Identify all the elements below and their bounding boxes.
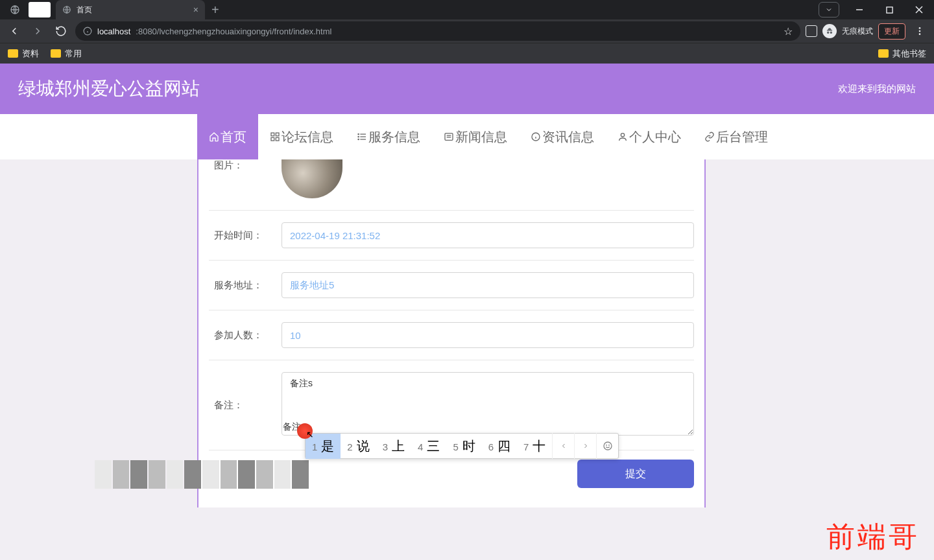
home-icon	[209, 132, 219, 142]
redacted-region	[95, 460, 309, 489]
svg-point-19	[358, 134, 359, 134]
bookmark-folder[interactable]: 常用	[51, 48, 82, 60]
nav-label: 首页	[221, 128, 246, 146]
chevron-right-icon	[582, 442, 590, 450]
window-minimize-button[interactable]	[844, 0, 874, 19]
svg-rect-15	[276, 137, 279, 141]
svg-point-9	[919, 27, 921, 29]
ime-word: 说	[357, 438, 370, 455]
incognito-label: 无痕模式	[842, 26, 873, 37]
ime-candidate-bar: 1是 2说 3上 4三 5时 6四 7十	[305, 433, 619, 459]
extensions-icon[interactable]	[806, 25, 817, 37]
svg-point-28	[621, 134, 624, 137]
bookmark-folder[interactable]: 资料	[8, 48, 39, 60]
ime-num: 3	[383, 441, 388, 452]
ime-next-button[interactable]	[574, 433, 596, 459]
svg-rect-13	[276, 133, 279, 136]
ime-num: 7	[523, 441, 529, 452]
ime-candidate[interactable]: 6四	[482, 434, 517, 459]
ime-word: 时	[462, 438, 475, 455]
svg-rect-3	[886, 6, 892, 12]
info-circle-icon	[531, 132, 541, 142]
nav-label: 后台管理	[716, 128, 768, 146]
user-icon	[617, 132, 628, 142]
browser-tab-active[interactable]: 首页 ×	[56, 0, 205, 19]
ime-num: 6	[488, 441, 494, 452]
folder-icon	[878, 49, 889, 58]
tab-close-icon[interactable]: ×	[193, 5, 198, 15]
people-input[interactable]	[281, 322, 694, 348]
address-input[interactable]	[281, 272, 694, 298]
nav-admin[interactable]: 后台管理	[693, 114, 780, 159]
incognito-icon	[822, 24, 837, 38]
globe-icon	[4, 2, 26, 18]
ime-candidate[interactable]: 3上	[376, 434, 411, 459]
nav-user-center[interactable]: 个人中心	[606, 114, 693, 159]
svg-point-20	[358, 136, 359, 137]
grid-icon	[270, 132, 280, 142]
ime-word: 四	[497, 438, 510, 455]
info-icon	[83, 27, 92, 36]
svg-point-21	[358, 139, 359, 139]
bookmarks-bar: 资料 常用 其他书签	[0, 43, 934, 64]
list-icon	[357, 132, 367, 142]
chrome-menu-button[interactable]	[911, 22, 929, 40]
nav-label: 论坛信息	[281, 128, 333, 146]
tab-list-button[interactable]	[819, 2, 839, 18]
address-bar[interactable]: localhost:8080/lvchengzhengzhouaixingong…	[75, 21, 800, 41]
nav-label: 个人中心	[629, 128, 681, 146]
label-image: 图片：	[209, 159, 281, 172]
ime-num: 5	[453, 441, 458, 452]
window-close-button[interactable]	[904, 0, 934, 19]
new-tab-button[interactable]: +	[205, 3, 226, 18]
chevron-left-icon	[560, 442, 568, 450]
ime-word: 上	[392, 438, 405, 455]
nav-news[interactable]: 新闻信息	[432, 114, 519, 159]
bookmark-label: 其他书签	[892, 48, 926, 60]
globe-icon	[62, 5, 71, 14]
ime-num: 4	[418, 441, 423, 452]
ime-prev-button[interactable]	[552, 433, 574, 459]
svg-rect-14	[271, 137, 274, 141]
ime-emoji-button[interactable]	[596, 433, 618, 459]
start-time-input[interactable]	[281, 222, 694, 248]
tab-title: 首页	[77, 5, 188, 16]
update-button[interactable]: 更新	[878, 23, 905, 40]
ime-num: 1	[312, 441, 317, 452]
link-icon	[704, 132, 715, 142]
window-maximize-button[interactable]	[874, 0, 904, 19]
nav-forward-button[interactable]	[29, 22, 47, 40]
ime-word: 是	[321, 438, 334, 455]
nav-back-button[interactable]	[5, 22, 23, 40]
ime-candidate[interactable]: 5时	[446, 434, 481, 459]
nav-info[interactable]: 资讯信息	[519, 114, 606, 159]
ime-candidate[interactable]: 4三	[411, 434, 446, 459]
bookmark-star-icon[interactable]: ☆	[784, 25, 793, 38]
ime-candidate[interactable]: 2说	[341, 434, 376, 459]
blank-tab-icon[interactable]	[29, 2, 51, 18]
bookmark-label: 常用	[65, 48, 82, 60]
welcome-text: 欢迎来到我的网站	[838, 83, 916, 95]
other-bookmarks[interactable]: 其他书签	[878, 48, 926, 60]
nav-home[interactable]: 首页	[197, 114, 258, 159]
url-host: localhost	[97, 27, 130, 36]
remark-textarea[interactable]	[281, 372, 694, 436]
svg-point-10	[919, 30, 921, 32]
svg-point-29	[604, 442, 612, 450]
nav-label: 资讯信息	[542, 128, 594, 146]
folder-icon	[8, 49, 18, 58]
cursor-arrow-icon: ↖	[306, 429, 314, 439]
chevron-down-icon	[825, 6, 833, 14]
submit-button[interactable]: 提交	[577, 460, 694, 488]
news-icon	[444, 132, 454, 142]
label-start-time: 开始时间：	[209, 229, 281, 242]
url-path: :8080/lvchengzhengzhouaixingongyi/front/…	[136, 27, 331, 36]
image-preview[interactable]	[281, 159, 342, 198]
tab-strip: 首页 × +	[0, 0, 934, 19]
ime-candidate[interactable]: 7十	[517, 434, 552, 459]
folder-icon	[51, 49, 61, 58]
watermark-text: 前端哥	[826, 518, 920, 556]
nav-forum[interactable]: 论坛信息	[258, 114, 345, 159]
nav-reload-button[interactable]	[52, 22, 70, 40]
nav-service[interactable]: 服务信息	[345, 114, 432, 159]
